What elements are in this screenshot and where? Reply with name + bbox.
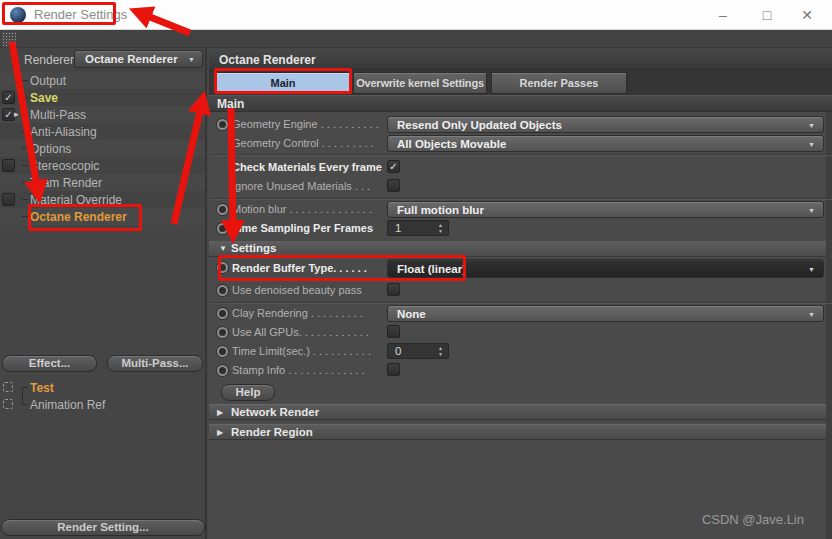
ignore-unused-materials-checkbox[interactable]: [387, 179, 400, 192]
use-all-gpus-checkbox[interactable]: [387, 325, 400, 338]
row-label: Motion blur . . . . . . . . . . . . . .: [232, 203, 372, 215]
sidebar-item-label: Octane Renderer: [30, 210, 127, 224]
row-check-materials: Check Materials Every frame ✓: [209, 158, 832, 177]
network-render-section[interactable]: ▶ Network Render: [209, 404, 826, 420]
row-label: Time Limit(sec.) . . . . . . . . . .: [232, 345, 371, 357]
multi-pass-button[interactable]: Multi-Pass...: [107, 355, 203, 372]
check-materials-checkbox[interactable]: ✓: [387, 160, 400, 173]
expand-arrow-icon[interactable]: ▸: [14, 109, 19, 119]
row-ignore-unused-materials: Ignore Unused Materials . . .: [209, 177, 832, 196]
spinner-arrows-icon[interactable]: ▲▼: [438, 345, 443, 357]
save-enabled-checkbox[interactable]: ✓: [2, 91, 15, 104]
settings-subsection-header[interactable]: ▼ Settings: [209, 241, 826, 257]
separator: [209, 154, 832, 156]
sidebar-item-stereoscopic[interactable]: Stereoscopic: [0, 157, 205, 174]
help-button[interactable]: Help: [221, 384, 275, 401]
preset-item-label: Test: [30, 381, 54, 395]
render-settings-window: Render Settings – □ ✕ Renderer Octane Re…: [0, 0, 832, 539]
stereoscopic-enabled-checkbox[interactable]: [2, 159, 15, 172]
sidebar-item-label: Save: [30, 91, 58, 105]
spinner-arrows-icon[interactable]: ▲▼: [438, 222, 443, 234]
preset-item-label: Animation Ref: [30, 398, 105, 412]
renderer-row: Renderer Octane Renderer ▼: [0, 50, 205, 69]
window-title: Render Settings: [34, 7, 127, 22]
sidebar-item-options[interactable]: Options: [0, 140, 205, 157]
chevron-down-icon: ▼: [808, 207, 815, 214]
clay-rendering-dropdown[interactable]: None ▼: [387, 305, 824, 322]
anim-dot-icon[interactable]: [217, 327, 228, 338]
row-label: Geometry Control . . . . . . . . .: [232, 137, 374, 149]
row-time-limit: Time Limit(sec.) . . . . . . . . . . 0 ▲…: [209, 342, 832, 361]
tab-main[interactable]: Main: [215, 72, 351, 94]
motion-blur-dropdown[interactable]: Full motion blur ▼: [387, 201, 824, 218]
time-sampling-spinner[interactable]: 1 ▲▼: [387, 220, 449, 236]
anim-dot-icon[interactable]: [217, 223, 228, 234]
row-use-denoised-beauty-pass: Use denoised beauty pass: [209, 281, 832, 300]
settings-category-list: Output ✓ Save ✓ ▸ Multi-Pass Anti-Aliasi…: [0, 72, 205, 225]
row-render-buffer-type: Render Buffer Type. . . . . . Float (lin…: [209, 258, 832, 279]
sidebar-item-octane-renderer[interactable]: Octane Renderer: [0, 208, 205, 225]
octane-settings-panel: Octane Renderer Main Overwrite kernel Se…: [209, 52, 832, 539]
geometry-control-dropdown[interactable]: All Objects Movable ▼: [387, 135, 824, 152]
watermark: CSDN @Jave.Lin: [702, 512, 804, 527]
tab-render-passes[interactable]: Render Passes: [491, 72, 627, 94]
row-label: Clay Rendering . . . . . . . . .: [232, 307, 363, 319]
row-label: Check Materials Every frame: [232, 161, 382, 173]
tab-bar: Main Overwrite kernel Settings Render Pa…: [209, 70, 832, 95]
stamp-info-checkbox[interactable]: [387, 363, 400, 376]
geometry-engine-dropdown[interactable]: Resend Only Updated Objects ▼: [387, 116, 824, 133]
row-stamp-info: Stamp Info . . . . . . . . . . . . .: [209, 361, 832, 380]
render-state-icon[interactable]: [3, 382, 13, 392]
row-label: Geometry Engine . . . . . . . . . .: [232, 118, 379, 130]
chevron-down-icon: ▼: [808, 266, 815, 273]
row-use-all-gpus: Use All GPUs. . . . . . . . . . . .: [209, 323, 832, 342]
cinema4d-app-icon: [10, 7, 26, 23]
preset-item-test[interactable]: Test: [0, 379, 205, 396]
render-buffer-type-dropdown[interactable]: Float (linear) ▼: [387, 259, 824, 278]
sidebar-item-label: Options: [30, 142, 71, 156]
minimize-button[interactable]: –: [706, 4, 740, 26]
collapsed-arrow-icon[interactable]: ▶: [217, 405, 223, 421]
anim-dot-icon[interactable]: [217, 119, 228, 130]
tab-overwrite-kernel-settings[interactable]: Overwrite kernel Settings: [353, 72, 487, 94]
render-region-section[interactable]: ▶ Render Region: [209, 424, 826, 440]
chevron-down-icon: ▼: [188, 56, 195, 63]
preset-item-animation-ref[interactable]: Animation Ref: [0, 396, 205, 413]
render-state-icon[interactable]: [3, 399, 13, 409]
sidebar-item-label: Anti-Aliasing: [30, 125, 97, 139]
row-label: Time Sampling Per Frames: [232, 222, 373, 234]
time-limit-spinner[interactable]: 0 ▲▼: [387, 343, 449, 359]
maximize-button[interactable]: □: [750, 4, 784, 26]
sidebar-item-output[interactable]: Output: [0, 72, 205, 89]
toolbar-strip: [0, 30, 832, 48]
settings-sidebar: Renderer Octane Renderer ▼ Output ✓ Save…: [0, 48, 207, 539]
anim-dot-icon[interactable]: [217, 285, 228, 296]
anim-dot-icon[interactable]: [217, 204, 228, 215]
sidebar-item-label: Material Override: [30, 193, 122, 207]
renderer-dropdown[interactable]: Octane Renderer ▼: [74, 50, 203, 68]
material-override-enabled-checkbox[interactable]: [2, 193, 15, 206]
close-button[interactable]: ✕: [790, 4, 824, 26]
sidebar-item-team-render[interactable]: Team Render: [0, 174, 205, 191]
section-header-main: Main: [209, 95, 832, 112]
row-motion-blur: Motion blur . . . . . . . . . . . . . . …: [209, 200, 832, 219]
sidebar-item-label: Stereoscopic: [30, 159, 99, 173]
row-label: Stamp Info . . . . . . . . . . . . .: [232, 364, 365, 376]
effect-button[interactable]: Effect...: [2, 355, 97, 372]
row-label: Use denoised beauty pass: [232, 284, 362, 296]
anim-dot-icon[interactable]: [217, 308, 228, 319]
use-denoised-beauty-pass-checkbox[interactable]: [387, 283, 400, 296]
collapsed-arrow-icon[interactable]: ▶: [217, 425, 223, 441]
anim-dot-icon[interactable]: [217, 365, 228, 376]
sidebar-item-multi-pass[interactable]: ✓ ▸ Multi-Pass: [0, 106, 205, 123]
row-time-sampling: Time Sampling Per Frames 1 ▲▼: [209, 219, 832, 238]
sidebar-item-save[interactable]: ✓ Save: [0, 89, 205, 106]
collapse-arrow-icon[interactable]: ▼: [219, 241, 227, 257]
chevron-down-icon: ▼: [808, 311, 815, 318]
render-setting-button[interactable]: Render Setting...: [1, 519, 205, 536]
sidebar-item-material-override[interactable]: Material Override: [0, 191, 205, 208]
drag-grip-icon[interactable]: [2, 32, 16, 46]
anim-dot-icon[interactable]: [217, 262, 228, 273]
anim-dot-icon[interactable]: [217, 346, 228, 357]
sidebar-item-anti-aliasing[interactable]: Anti-Aliasing: [0, 123, 205, 140]
